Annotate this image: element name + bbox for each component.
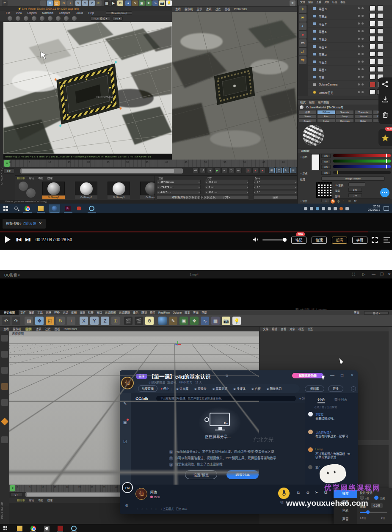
float-field[interactable]: 0.9 <box>321 171 331 175</box>
last-tool-icon[interactable]: + <box>67 317 75 325</box>
sphere-icon[interactable]: ● <box>125 0 131 6</box>
render-viewport[interactable]: KU3ЭPMЫ <box>3 22 172 154</box>
stop-button[interactable]: 停止 <box>161 386 169 391</box>
seek-off-toggle[interactable] <box>374 496 378 500</box>
menu-item[interactable]: 查看 <box>3 328 9 331</box>
cam-icon[interactable]: ◌ <box>151 507 152 510</box>
taskbar-qq[interactable] <box>86 204 97 213</box>
loop-icon[interactable]: ↺ <box>200 168 206 173</box>
tab-handlist[interactable]: 举手列表 <box>334 397 347 402</box>
undo-icon[interactable]: ↶ <box>2 317 10 325</box>
power-field[interactable]: 2 % <box>348 188 362 192</box>
plus-icon[interactable]: + <box>67 0 73 6</box>
object-row[interactable]: 平面.2 <box>308 58 392 66</box>
green-slider[interactable] <box>333 160 391 163</box>
cloner-icon[interactable]: ❖ <box>190 317 199 325</box>
frame-start-field[interactable]: 0 F <box>3 168 14 174</box>
menu-item[interactable]: 过滤 <box>45 328 51 331</box>
menu-item[interactable]: 运动跟踪 <box>119 311 130 314</box>
help-icon[interactable]: ⌄ <box>351 386 356 391</box>
rotation-field[interactable]: 2 % <box>348 193 362 197</box>
material-tab[interactable]: Opacity <box>298 119 317 123</box>
menu-item[interactable]: 书签 <box>307 328 313 331</box>
bell-icon[interactable]: 🕭 <box>296 490 301 495</box>
tray-icon[interactable] <box>334 207 337 210</box>
object-row[interactable]: 平面.6 <box>308 28 392 35</box>
hand-tool-icon[interactable]: ▣ <box>122 419 128 425</box>
tool-icon[interactable] <box>1 367 8 374</box>
menu-item[interactable]: 面板 <box>225 8 230 11</box>
red-slider[interactable] <box>333 154 391 157</box>
object-row[interactable]: 平面.7 <box>308 20 392 28</box>
toolbar-item-2[interactable]: 屏幕分享 <box>213 386 228 391</box>
feedback-tab[interactable]: 视频卡顿?点此反馈✕ <box>3 219 46 229</box>
material-tab[interactable]: Transmis. <box>354 110 373 114</box>
menu-item[interactable]: Materials <box>42 11 53 14</box>
tool-icon[interactable] <box>1 351 8 358</box>
tool-icon[interactable] <box>1 399 8 406</box>
pos-z-field[interactable]: 4.047 cm <box>157 190 201 194</box>
menu-item[interactable]: 编辑 <box>29 177 34 179</box>
kernel-dropdown[interactable]: HDR 模式 ▾ <box>91 17 110 21</box>
tray-icon[interactable] <box>304 207 307 210</box>
start-button[interactable] <box>3 526 8 530</box>
pos-x-field[interactable]: 487.022 cm <box>157 180 201 184</box>
screenshot-icon[interactable]: ⛶ <box>352 272 355 277</box>
material-tab[interactable]: 基本 <box>298 110 317 114</box>
taskbar-premiere[interactable]: Pr <box>63 204 74 213</box>
mic-button[interactable] <box>278 488 290 499</box>
menu-item[interactable]: Help <box>88 11 94 14</box>
rot-h-field[interactable]: 0 ° <box>253 180 297 184</box>
play-icon[interactable]: ▶ <box>214 168 220 173</box>
object-row[interactable]: 平面.1 <box>308 66 392 73</box>
subdivision-icon[interactable]: ▣ <box>179 317 188 325</box>
render-icon[interactable]: ▶ <box>110 0 116 6</box>
render-settings-icon[interactable]: ⚙ <box>117 0 123 6</box>
chat-icon[interactable]: ◌ <box>155 507 157 510</box>
playlist-icon[interactable] <box>384 237 390 243</box>
speaker-icon[interactable]: ◌ <box>141 507 143 510</box>
close-icon[interactable]: ✕ <box>388 272 391 276</box>
menu-item[interactable]: File <box>6 11 10 14</box>
unlock-premium-badge[interactable]: 解锁高级功能 <box>292 373 323 378</box>
toolbar-item-5[interactable]: 随堂练习 <box>267 386 282 391</box>
goto-start-icon[interactable]: ⏮ <box>193 168 199 173</box>
notification-icon[interactable] <box>384 206 389 211</box>
end-live-button[interactable]: 结束直播 <box>138 385 157 392</box>
menu-item[interactable]: 摄像机 <box>185 8 193 11</box>
material-tab[interactable]: Common <box>336 119 354 123</box>
external-link-icon[interactable]: ⧉ <box>226 374 228 378</box>
x-axis-icon[interactable]: X <box>75 0 81 6</box>
plane-icon[interactable]: ▭ <box>299 39 306 47</box>
speed-slider[interactable] <box>360 512 387 513</box>
pos-toggle-icon[interactable]: ⊞ <box>269 168 275 173</box>
color-swatch[interactable] <box>311 154 320 170</box>
fm-button[interactable]: FM <box>122 482 133 493</box>
g-field[interactable]: 0.9 <box>321 160 331 163</box>
texture-button[interactable]: ImageTexture <box>321 176 385 181</box>
tray-icon[interactable] <box>316 207 319 210</box>
param-toggle-icon[interactable]: ≣ <box>290 168 296 173</box>
tab-discussion[interactable]: 讨论 <box>317 397 325 403</box>
record-icon[interactable]: ● <box>299 31 306 39</box>
material-tab[interactable]: Index <box>317 119 335 123</box>
scale-icon[interactable]: ◱ <box>54 0 60 6</box>
video-progress[interactable] <box>0 232 392 232</box>
menu-item[interactable]: 功能 <box>38 177 43 179</box>
environment-icon[interactable]: ◐ <box>299 22 306 30</box>
x-axis-icon[interactable]: X <box>80 317 88 325</box>
frame-field[interactable]: 0 F <box>10 492 23 497</box>
timeline-playhead[interactable]: 0 <box>10 485 15 491</box>
z-axis-icon[interactable]: Z <box>101 317 109 325</box>
rotate-icon[interactable]: ↻ <box>56 317 65 325</box>
close-icon[interactable]: ✕ <box>39 221 42 226</box>
render-picture-icon[interactable]: 🎬 <box>135 317 143 325</box>
object-row[interactable]: 平面.9 <box>308 5 392 12</box>
prev-frame-icon[interactable]: ◂ <box>207 168 213 173</box>
toolbar-item-0[interactable]: 讲义库 <box>176 386 188 391</box>
taskbar-search-icon[interactable] <box>14 207 18 210</box>
more-button[interactable]: 更多 <box>328 386 343 392</box>
blue-slider[interactable] <box>333 165 391 168</box>
next-button[interactable]: ▶▮ <box>25 237 30 242</box>
menu-item[interactable]: Compare <box>59 11 70 14</box>
